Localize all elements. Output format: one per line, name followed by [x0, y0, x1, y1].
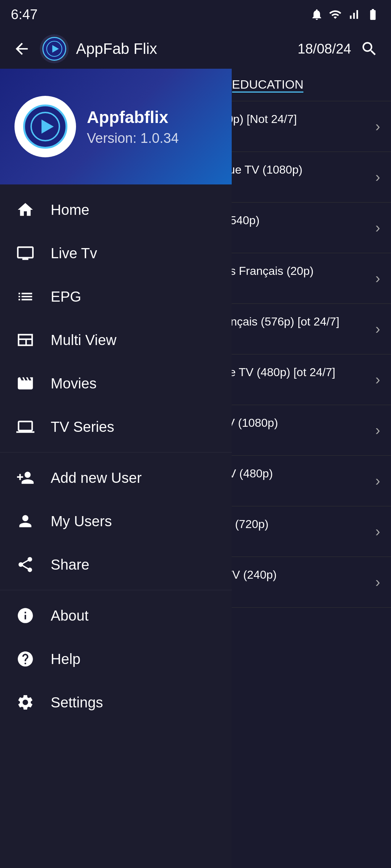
- menu-item-multi-view[interactable]: Multi View: [0, 318, 232, 362]
- menu-label-help: Help: [51, 651, 80, 667]
- wifi-icon: [329, 8, 342, 21]
- menu-label-movies: Movies: [51, 375, 97, 392]
- drawer-app-info: Appfabflix Version: 1.0.34: [87, 107, 179, 146]
- divider-2: [0, 590, 232, 590]
- menu-item-settings[interactable]: Settings: [0, 681, 232, 724]
- app-logo: [40, 34, 69, 63]
- app-title: AppFab Flix: [76, 40, 290, 58]
- menu-item-tv-series[interactable]: TV Series: [0, 405, 232, 448]
- menu-item-add-new-user[interactable]: Add new User: [0, 456, 232, 499]
- menu-label-multi-view: Multi View: [51, 332, 117, 348]
- drawer-header: Appfabflix Version: 1.0.34: [0, 69, 232, 184]
- menu-item-live-tv[interactable]: Live Tv: [0, 231, 232, 275]
- app-date: 18/08/24: [298, 41, 351, 57]
- back-button[interactable]: [11, 38, 33, 60]
- search-button[interactable]: [358, 38, 380, 60]
- menu-item-share[interactable]: Share: [0, 543, 232, 586]
- menu-item-my-users[interactable]: My Users: [0, 499, 232, 543]
- menu-item-help[interactable]: Help: [0, 637, 232, 681]
- menu-label-about: About: [51, 608, 89, 624]
- menu-item-home[interactable]: Home: [0, 188, 232, 231]
- menu-label-add-new-user: Add new User: [51, 470, 142, 486]
- app-bar: AppFab Flix 18/08/24: [0, 29, 391, 69]
- notification-icon: [310, 8, 323, 21]
- menu-label-home: Home: [51, 202, 89, 218]
- signal-icon: [347, 8, 360, 21]
- menu-label-settings: Settings: [51, 694, 103, 711]
- drawer-overlay: Appfabflix Version: 1.0.34 Home Live Tv: [0, 69, 391, 868]
- menu-item-movies[interactable]: Movies: [0, 362, 232, 405]
- share-icon: [14, 554, 36, 575]
- home-icon: [14, 199, 36, 221]
- divider: [0, 452, 232, 452]
- tv-icon: [14, 242, 36, 264]
- navigation-drawer: Appfabflix Version: 1.0.34 Home Live Tv: [0, 69, 232, 868]
- status-icons: [310, 8, 380, 21]
- monitor-icon: [14, 416, 36, 438]
- help-icon: [14, 648, 36, 670]
- drawer-app-icon: [14, 96, 76, 157]
- movies-icon: [14, 373, 36, 394]
- status-time: 6:47: [11, 7, 38, 22]
- multi-view-icon: [14, 329, 36, 351]
- menu-label-tv-series: TV Series: [51, 419, 114, 435]
- drawer-menu: Home Live Tv EPG Multi: [0, 184, 232, 868]
- person-add-icon: [14, 467, 36, 489]
- drawer-app-name: Appfabflix: [87, 107, 179, 127]
- menu-item-about[interactable]: About: [0, 594, 232, 637]
- menu-label-share: Share: [51, 557, 89, 573]
- settings-icon: [14, 692, 36, 713]
- menu-label-live-tv: Live Tv: [51, 245, 97, 261]
- person-icon: [14, 510, 36, 532]
- menu-item-epg[interactable]: EPG: [0, 275, 232, 318]
- menu-label-epg: EPG: [51, 289, 81, 305]
- menu-label-my-users: My Users: [51, 513, 112, 529]
- drawer-app-version: Version: 1.0.34: [87, 131, 179, 146]
- epg-icon: [14, 286, 36, 307]
- battery-icon: [366, 8, 380, 21]
- status-bar: 6:47: [0, 0, 391, 29]
- info-icon: [14, 605, 36, 626]
